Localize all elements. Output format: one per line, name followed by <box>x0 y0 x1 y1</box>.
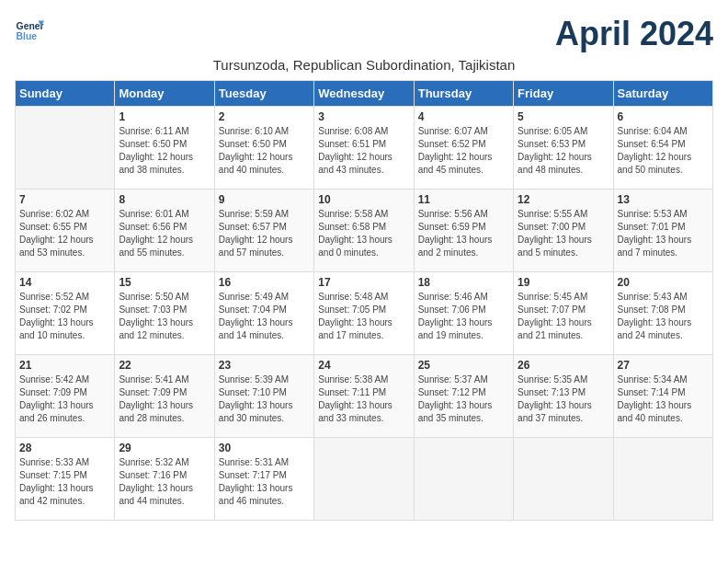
day-number: 24 <box>318 359 409 372</box>
calendar-cell <box>613 438 712 521</box>
calendar-cell: 11Sunrise: 5:56 AMSunset: 6:59 PMDayligh… <box>414 190 513 272</box>
calendar-week-5: 28Sunrise: 5:33 AMSunset: 7:15 PMDayligh… <box>16 438 713 521</box>
day-number: 15 <box>119 276 210 289</box>
day-info: Sunrise: 5:31 AMSunset: 7:17 PMDaylight:… <box>219 456 310 508</box>
col-header-wednesday: Wednesday <box>314 81 414 107</box>
day-info: Sunrise: 5:38 AMSunset: 7:11 PMDaylight:… <box>318 373 409 425</box>
day-number: 6 <box>618 110 709 123</box>
calendar-cell: 19Sunrise: 5:45 AMSunset: 7:07 PMDayligh… <box>514 272 613 355</box>
day-number: 16 <box>219 276 310 289</box>
calendar-cell <box>16 107 115 190</box>
day-number: 27 <box>618 359 709 372</box>
logo-icon: General Blue <box>15 15 44 44</box>
day-info: Sunrise: 5:43 AMSunset: 7:08 PMDaylight:… <box>618 291 709 342</box>
calendar-cell: 5Sunrise: 6:05 AMSunset: 6:53 PMDaylight… <box>514 107 613 190</box>
logo: General Blue <box>15 15 48 44</box>
calendar-week-1: 1Sunrise: 6:11 AMSunset: 6:50 PMDaylight… <box>16 107 713 190</box>
day-info: Sunrise: 5:33 AMSunset: 7:15 PMDaylight:… <box>19 456 110 508</box>
day-info: Sunrise: 5:50 AMSunset: 7:03 PMDaylight:… <box>119 291 210 342</box>
day-info: Sunrise: 5:55 AMSunset: 7:00 PMDaylight:… <box>518 208 609 259</box>
calendar-cell: 9Sunrise: 5:59 AMSunset: 6:57 PMDaylight… <box>214 190 313 272</box>
calendar-cell: 17Sunrise: 5:48 AMSunset: 7:05 PMDayligh… <box>314 272 414 355</box>
calendar-week-2: 7Sunrise: 6:02 AMSunset: 6:55 PMDaylight… <box>16 190 713 272</box>
calendar-cell: 24Sunrise: 5:38 AMSunset: 7:11 PMDayligh… <box>314 355 414 438</box>
day-number: 3 <box>318 110 409 123</box>
day-info: Sunrise: 5:42 AMSunset: 7:09 PMDaylight:… <box>19 373 110 425</box>
col-header-friday: Friday <box>514 81 613 107</box>
day-number: 2 <box>219 110 310 123</box>
title-block: April 2024 <box>555 15 713 53</box>
day-info: Sunrise: 5:37 AMSunset: 7:12 PMDaylight:… <box>418 373 509 425</box>
calendar-cell: 12Sunrise: 5:55 AMSunset: 7:00 PMDayligh… <box>514 190 613 272</box>
day-info: Sunrise: 6:08 AMSunset: 6:51 PMDaylight:… <box>318 125 409 177</box>
day-number: 12 <box>518 193 609 206</box>
calendar-cell: 26Sunrise: 5:35 AMSunset: 7:13 PMDayligh… <box>514 355 613 438</box>
day-info: Sunrise: 5:41 AMSunset: 7:09 PMDaylight:… <box>119 373 210 425</box>
calendar-body: 1Sunrise: 6:11 AMSunset: 6:50 PMDaylight… <box>16 107 713 521</box>
day-info: Sunrise: 6:10 AMSunset: 6:50 PMDaylight:… <box>219 125 310 177</box>
day-info: Sunrise: 5:32 AMSunset: 7:16 PMDaylight:… <box>119 456 210 508</box>
day-info: Sunrise: 6:02 AMSunset: 6:55 PMDaylight:… <box>19 208 110 259</box>
day-info: Sunrise: 5:39 AMSunset: 7:10 PMDaylight:… <box>219 373 310 425</box>
day-number: 26 <box>518 359 609 372</box>
month-title: April 2024 <box>555 15 713 53</box>
calendar-cell: 22Sunrise: 5:41 AMSunset: 7:09 PMDayligh… <box>115 355 214 438</box>
day-info: Sunrise: 5:53 AMSunset: 7:01 PMDaylight:… <box>618 208 709 259</box>
day-number: 1 <box>119 110 210 123</box>
day-number: 23 <box>219 359 310 372</box>
day-number: 14 <box>19 276 110 289</box>
day-number: 13 <box>618 193 709 206</box>
calendar-cell <box>314 438 414 521</box>
day-number: 8 <box>119 193 210 206</box>
day-number: 10 <box>318 193 409 206</box>
day-number: 7 <box>19 193 110 206</box>
day-info: Sunrise: 5:46 AMSunset: 7:06 PMDaylight:… <box>418 291 509 342</box>
calendar-cell: 27Sunrise: 5:34 AMSunset: 7:14 PMDayligh… <box>613 355 712 438</box>
day-info: Sunrise: 6:07 AMSunset: 6:52 PMDaylight:… <box>418 125 509 177</box>
day-number: 25 <box>418 359 509 372</box>
calendar-week-3: 14Sunrise: 5:52 AMSunset: 7:02 PMDayligh… <box>16 272 713 355</box>
calendar-cell: 28Sunrise: 5:33 AMSunset: 7:15 PMDayligh… <box>16 438 115 521</box>
calendar-cell: 21Sunrise: 5:42 AMSunset: 7:09 PMDayligh… <box>16 355 115 438</box>
day-number: 9 <box>219 193 310 206</box>
day-number: 5 <box>518 110 609 123</box>
day-number: 11 <box>418 193 509 206</box>
day-number: 18 <box>418 276 509 289</box>
calendar-cell: 15Sunrise: 5:50 AMSunset: 7:03 PMDayligh… <box>115 272 214 355</box>
col-header-tuesday: Tuesday <box>214 81 313 107</box>
day-info: Sunrise: 5:56 AMSunset: 6:59 PMDaylight:… <box>418 208 509 259</box>
calendar-cell: 4Sunrise: 6:07 AMSunset: 6:52 PMDaylight… <box>414 107 513 190</box>
calendar-cell: 14Sunrise: 5:52 AMSunset: 7:02 PMDayligh… <box>16 272 115 355</box>
calendar-cell: 25Sunrise: 5:37 AMSunset: 7:12 PMDayligh… <box>414 355 513 438</box>
calendar-cell: 20Sunrise: 5:43 AMSunset: 7:08 PMDayligh… <box>613 272 712 355</box>
calendar-header-row: SundayMondayTuesdayWednesdayThursdayFrid… <box>16 81 713 107</box>
day-info: Sunrise: 6:04 AMSunset: 6:54 PMDaylight:… <box>618 125 709 177</box>
calendar-cell: 8Sunrise: 6:01 AMSunset: 6:56 PMDaylight… <box>115 190 214 272</box>
day-info: Sunrise: 6:11 AMSunset: 6:50 PMDaylight:… <box>119 125 210 177</box>
col-header-saturday: Saturday <box>613 81 712 107</box>
calendar-cell <box>414 438 513 521</box>
day-info: Sunrise: 5:45 AMSunset: 7:07 PMDaylight:… <box>518 291 609 342</box>
calendar-cell: 30Sunrise: 5:31 AMSunset: 7:17 PMDayligh… <box>214 438 313 521</box>
calendar-cell: 13Sunrise: 5:53 AMSunset: 7:01 PMDayligh… <box>613 190 712 272</box>
calendar-cell: 29Sunrise: 5:32 AMSunset: 7:16 PMDayligh… <box>115 438 214 521</box>
calendar-cell: 18Sunrise: 5:46 AMSunset: 7:06 PMDayligh… <box>414 272 513 355</box>
day-info: Sunrise: 5:49 AMSunset: 7:04 PMDaylight:… <box>219 291 310 342</box>
calendar-week-4: 21Sunrise: 5:42 AMSunset: 7:09 PMDayligh… <box>16 355 713 438</box>
day-number: 29 <box>119 442 210 454</box>
day-info: Sunrise: 5:48 AMSunset: 7:05 PMDaylight:… <box>318 291 409 342</box>
svg-text:Blue: Blue <box>17 31 38 41</box>
calendar-cell: 10Sunrise: 5:58 AMSunset: 6:58 PMDayligh… <box>314 190 414 272</box>
calendar-cell: 16Sunrise: 5:49 AMSunset: 7:04 PMDayligh… <box>214 272 313 355</box>
calendar-cell: 7Sunrise: 6:02 AMSunset: 6:55 PMDaylight… <box>16 190 115 272</box>
calendar-cell: 6Sunrise: 6:04 AMSunset: 6:54 PMDaylight… <box>613 107 712 190</box>
day-number: 4 <box>418 110 509 123</box>
page-header: General Blue April 2024 <box>15 15 713 53</box>
day-info: Sunrise: 6:05 AMSunset: 6:53 PMDaylight:… <box>518 125 609 177</box>
day-info: Sunrise: 6:01 AMSunset: 6:56 PMDaylight:… <box>119 208 210 259</box>
calendar-cell <box>514 438 613 521</box>
day-number: 21 <box>19 359 110 372</box>
col-header-sunday: Sunday <box>16 81 115 107</box>
calendar-table: SundayMondayTuesdayWednesdayThursdayFrid… <box>15 80 713 521</box>
day-number: 30 <box>219 442 310 454</box>
